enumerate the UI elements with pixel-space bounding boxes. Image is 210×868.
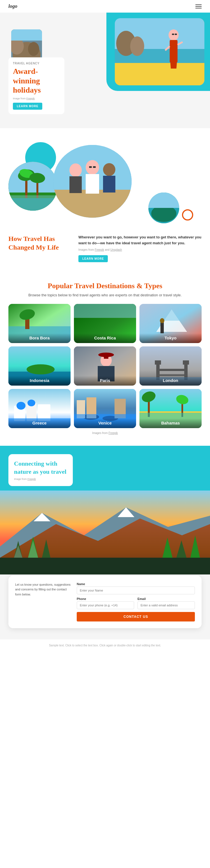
contact-grid: Let us know your questions, suggestions …	[15, 582, 195, 621]
logo: logo	[8, 3, 18, 9]
tokyo-label: Tokyo	[140, 333, 202, 343]
dest-credit-prefix: Images from	[92, 432, 108, 435]
hamburger-menu[interactable]	[196, 4, 202, 8]
how-travel-credit-and: and	[104, 248, 110, 251]
how-travel-credit-link2[interactable]: Unsplash	[110, 248, 122, 251]
contact-left: Let us know your questions, suggestions …	[15, 582, 71, 597]
island-svg	[148, 192, 179, 223]
how-travel-right: Wherever you want to go, however you wan…	[79, 235, 202, 262]
header: logo	[0, 0, 210, 12]
island-image	[148, 192, 179, 223]
destinations-credit: Images from Freepik	[8, 432, 202, 435]
hero-eyebrow: TRAVEL AGENCY	[13, 62, 60, 65]
contact-submit-button[interactable]: CONTACT US	[77, 612, 195, 621]
svg-point-71	[17, 402, 26, 410]
destination-card-indonesia[interactable]: Indonesia	[8, 346, 70, 385]
how-travel-left: How Travel Has Changed My Life	[8, 235, 70, 252]
svg-point-4	[130, 36, 144, 56]
nature-section: Connecting with nature as you travel Ima…	[0, 446, 210, 639]
svg-rect-39	[148, 192, 179, 208]
nature-credit: Image from Freepik	[14, 478, 67, 480]
contact-right: Name Phone Email CO	[77, 582, 195, 621]
svg-marker-7	[170, 55, 178, 68]
svg-rect-32	[89, 166, 92, 168]
circle-photo-island	[148, 192, 179, 223]
svg-rect-38	[148, 208, 179, 223]
borabora-label: Bora Bora	[8, 333, 70, 343]
destination-card-london[interactable]: London	[140, 346, 202, 385]
name-input[interactable]	[77, 587, 195, 594]
destinations-title: Popular Travel Destinations & Types	[8, 282, 202, 290]
dest-credit-link[interactable]: Freepik	[109, 432, 118, 435]
phone-email-row: Phone Email	[77, 597, 195, 609]
svg-point-34	[103, 163, 115, 176]
svg-rect-9	[175, 34, 177, 35]
hero-section: TRAVEL AGENCY Award-winning holidays Ima…	[0, 12, 210, 128]
destinations-grid: Bora Bora Costa Rica	[8, 304, 202, 428]
svg-rect-63	[183, 361, 189, 365]
svg-rect-49	[160, 322, 164, 333]
svg-point-50	[160, 318, 164, 323]
email-label: Email	[138, 597, 195, 600]
svg-rect-25	[8, 198, 57, 211]
beach-scene-svg	[115, 18, 204, 85]
contact-section: Let us know your questions, suggestions …	[0, 486, 210, 640]
circle-photo-people	[53, 145, 131, 218]
people-image	[53, 145, 131, 218]
nature-credit-prefix: Image from	[14, 478, 27, 480]
hero-credit: Image from Freepik	[13, 97, 60, 100]
hero-credit-prefix: Image from	[13, 97, 26, 100]
svg-rect-45	[74, 304, 136, 318]
svg-rect-29	[69, 176, 82, 193]
contact-left-text: Let us know your questions, suggestions …	[15, 582, 71, 597]
hero-main-image-placeholder	[115, 18, 204, 85]
phone-label: Phone	[77, 597, 134, 600]
destination-card-costarica[interactable]: Costa Rica	[74, 304, 136, 343]
name-label: Name	[77, 582, 195, 586]
circles-container	[8, 140, 202, 229]
indonesia-label: Indonesia	[8, 376, 70, 385]
destination-card-paris[interactable]: Paris	[74, 346, 136, 385]
phone-input[interactable]	[77, 601, 134, 609]
hero-learn-more-button[interactable]: LEARN MORE	[13, 103, 42, 110]
paris-label: Paris	[74, 376, 136, 385]
svg-rect-16	[11, 29, 42, 40]
email-input[interactable]	[138, 601, 195, 609]
menu-line-2	[196, 6, 202, 7]
circle-photo-palms	[8, 162, 57, 211]
destination-card-bahamas[interactable]: Bahamas	[140, 389, 202, 428]
orange-ring-decoration	[182, 209, 193, 220]
menu-line-3	[196, 8, 202, 8]
how-travel-learn-more-button[interactable]: LEARN MORE	[79, 255, 108, 262]
svg-point-53	[27, 364, 55, 374]
destination-card-tokyo[interactable]: Tokyo	[140, 304, 202, 343]
destination-card-greece[interactable]: Greece	[8, 389, 70, 428]
bahamas-label: Bahamas	[140, 418, 202, 428]
destination-card-venice[interactable]: Venice	[74, 389, 136, 428]
email-group: Email	[138, 597, 195, 609]
svg-rect-62	[155, 361, 161, 365]
how-travel-title: How Travel Has Changed My Life	[8, 235, 70, 252]
svg-rect-27	[53, 190, 131, 218]
greece-label: Greece	[8, 418, 70, 428]
svg-point-15	[28, 42, 39, 56]
people-svg	[53, 145, 131, 218]
costarica-label: Costa Rica	[74, 333, 136, 343]
svg-rect-64	[159, 369, 184, 371]
nature-credit-link[interactable]: Freepik	[27, 478, 36, 480]
menu-line-1	[196, 4, 202, 5]
hero-credit-link[interactable]: Freepik	[26, 97, 35, 100]
how-travel-credit-prefix: Images from	[79, 248, 95, 251]
svg-rect-8	[172, 34, 174, 35]
footer: Sample text. Click to select the text bo…	[0, 640, 210, 651]
svg-rect-35	[103, 176, 115, 192]
how-travel-section: How Travel Has Changed My Life Wherever …	[0, 128, 210, 271]
palms-image	[8, 162, 57, 211]
destination-card-borabora[interactable]: Bora Bora	[8, 304, 70, 343]
name-group: Name	[77, 582, 195, 594]
how-travel-description: Wherever you want to go, however you wan…	[79, 235, 202, 246]
venice-label: Venice	[74, 418, 136, 428]
destinations-section: Popular Travel Destinations & Types Brow…	[0, 271, 210, 446]
svg-point-72	[27, 400, 35, 406]
how-travel-credit-link1[interactable]: Freepik	[95, 248, 104, 251]
